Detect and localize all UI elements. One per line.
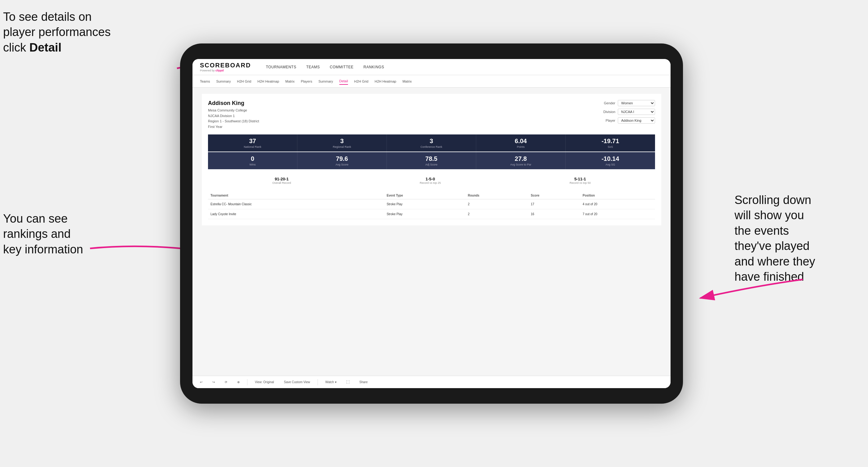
player-name: Addison King xyxy=(208,100,259,106)
player-label: Player xyxy=(598,119,615,122)
player-header: Addison King Mesa Community College NJCA… xyxy=(208,100,655,129)
watch-button[interactable]: Watch ▾ xyxy=(323,379,339,385)
screen-button[interactable]: ⛶ xyxy=(344,379,352,385)
rounds-2: 2 xyxy=(465,209,528,219)
annotation-topleft: To see details on player performances cl… xyxy=(3,9,121,55)
player-college: Mesa Community College xyxy=(208,108,259,113)
stat-avg-score-to-par: 27.8 Avg Score to Par xyxy=(476,152,566,169)
record-top25: 1-5-0 Record vs top 25 xyxy=(420,177,441,184)
logo-powered: Powered by clippd xyxy=(200,69,251,72)
content-area[interactable]: Addison King Mesa Community College NJCA… xyxy=(192,88,671,376)
col-rounds: Rounds xyxy=(465,192,528,199)
player-select[interactable]: Addison King xyxy=(618,117,655,124)
nav-tournaments[interactable]: TOURNAMENTS xyxy=(266,64,296,70)
sub-nav-teams[interactable]: Teams xyxy=(200,78,210,85)
bottom-toolbar: ↩ ↪ ⟳ ⊕ View: Original Save Custom View … xyxy=(192,376,671,388)
division-row: Division NJCAA I xyxy=(598,109,655,115)
stat-adj-score: 78.5 Adj Score xyxy=(387,152,476,169)
player-info: Addison King Mesa Community College NJCA… xyxy=(208,100,259,129)
tournament-name-2: Lady Coyote Invite xyxy=(208,209,384,219)
top-nav: SCOREBOARD Powered by clippd TOURNAMENTS… xyxy=(192,59,671,75)
position-1: 4 out of 20 xyxy=(580,199,655,209)
event-type-2: Stroke Play xyxy=(384,209,465,219)
stat-regional-rank: 3 Regional Rank xyxy=(298,134,387,152)
annotation-bottomright: Scrolling down will show you the events … xyxy=(735,192,865,284)
nav-teams[interactable]: TEAMS xyxy=(306,64,320,70)
tablet-screen: SCOREBOARD Powered by clippd TOURNAMENTS… xyxy=(192,59,671,388)
nav-committee[interactable]: COMMITTEE xyxy=(330,64,353,70)
position-2: 7 out of 20 xyxy=(580,209,655,219)
player-region: Region 1 - Southwest (18) District xyxy=(208,119,259,124)
logo-scoreboard: SCOREBOARD xyxy=(200,62,251,69)
sub-nav-detail[interactable]: Detail xyxy=(339,78,348,85)
nav-rankings[interactable]: RANKINGS xyxy=(364,64,384,70)
score-2: 16 xyxy=(528,209,580,219)
share-button[interactable]: Share xyxy=(357,379,370,385)
tablet-frame: SCOREBOARD Powered by clippd TOURNAMENTS… xyxy=(180,43,683,404)
stat-avg-score: 79.6 Avg Score xyxy=(298,152,387,169)
division-select[interactable]: NJCAA I xyxy=(618,109,655,115)
tournament-table: Tournament Event Type Rounds Score Posit… xyxy=(208,192,655,219)
annotation-bottomleft: You can see rankings and key information xyxy=(3,211,121,257)
gender-row: Gender Women xyxy=(598,100,655,106)
sub-nav: Teams Summary H2H Grid H2H Heatmap Matri… xyxy=(192,75,671,88)
view-original-button[interactable]: View: Original xyxy=(252,379,277,385)
sub-nav-players[interactable]: Players xyxy=(301,78,312,85)
player-year: First Year xyxy=(208,124,259,130)
player-controls: Gender Women Division NJCAA I xyxy=(598,100,655,129)
score-1: 17 xyxy=(528,199,580,209)
division-label: Division xyxy=(598,110,615,114)
gender-label: Gender xyxy=(598,101,615,105)
records-row: 91-20-1 Overall Record 1-5-0 Record vs t… xyxy=(208,174,655,187)
stats-row2: 0 Wins 79.6 Avg Score 78.5 Adj Score 27.… xyxy=(208,152,655,169)
table-row: Estrella CC- Mountain Classic Stroke Pla… xyxy=(208,199,655,209)
stat-sos: -19.71 SoS xyxy=(566,134,655,152)
col-position: Position xyxy=(580,192,655,199)
zoom-button[interactable]: ⊕ xyxy=(235,379,242,385)
stat-conference-rank: 3 Conference Rank xyxy=(387,134,476,152)
gender-select[interactable]: Women xyxy=(618,100,655,106)
undo-button[interactable]: ↩ xyxy=(197,379,205,385)
player-division: NJCAA Division 1 xyxy=(208,113,259,119)
event-type-1: Stroke Play xyxy=(384,199,465,209)
sub-nav-h2h-grid[interactable]: H2H Grid xyxy=(237,78,251,85)
table-row: Lady Coyote Invite Stroke Play 2 16 7 ou… xyxy=(208,209,655,219)
tournament-name-1: Estrella CC- Mountain Classic xyxy=(208,199,384,209)
stats-row1: 37 National Rank 3 Regional Rank 3 Confe… xyxy=(208,134,655,152)
stat-wins: 0 Wins xyxy=(208,152,298,169)
toolbar-sep1 xyxy=(247,379,247,385)
sub-nav-h2h-heatmap[interactable]: H2H Heatmap xyxy=(257,78,279,85)
record-overall: 91-20-1 Overall Record xyxy=(272,177,291,184)
save-custom-view-button[interactable]: Save Custom View xyxy=(282,379,313,385)
stat-national-rank: 37 National Rank xyxy=(208,134,298,152)
sub-nav-matrix[interactable]: Matrix xyxy=(285,78,294,85)
sub-nav-h2h-grid2[interactable]: H2H Grid xyxy=(354,78,369,85)
record-top50: 5-11-1 Record vs top 50 xyxy=(570,177,591,184)
sub-nav-summary2[interactable]: Summary xyxy=(318,78,333,85)
logo-area: SCOREBOARD Powered by clippd xyxy=(200,62,251,72)
col-score: Score xyxy=(528,192,580,199)
player-detail-card: Addison King Mesa Community College NJCA… xyxy=(202,94,661,225)
redo-button[interactable]: ↪ xyxy=(210,379,217,385)
col-tournament: Tournament xyxy=(208,192,384,199)
player-row: Player Addison King xyxy=(598,117,655,124)
stat-points: 6.04 Points xyxy=(476,134,566,152)
rounds-1: 2 xyxy=(465,199,528,209)
stat-avg-sg: -10.14 Avg SG xyxy=(566,152,655,169)
sub-nav-matrix2[interactable]: Matrix xyxy=(402,78,412,85)
refresh-button[interactable]: ⟳ xyxy=(222,379,230,385)
col-event-type: Event Type xyxy=(384,192,465,199)
sub-nav-summary[interactable]: Summary xyxy=(216,78,231,85)
sub-nav-h2h-heatmap2[interactable]: H2H Heatmap xyxy=(375,78,397,85)
